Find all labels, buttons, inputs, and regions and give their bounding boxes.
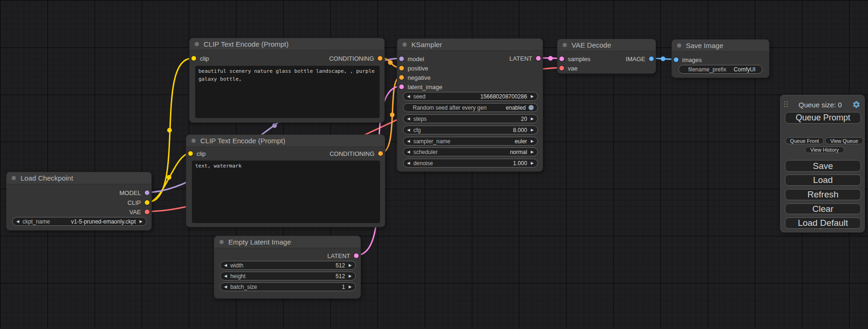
increment-arrow-icon[interactable]: ▶ (531, 140, 534, 143)
collapse-dot-icon[interactable] (677, 43, 681, 48)
output-label: LATENT (327, 252, 350, 259)
widget-label: denoise (413, 160, 433, 167)
link-midpoint-dot (272, 123, 277, 128)
input-port-positive[interactable] (399, 66, 404, 70)
output-port-latent[interactable] (354, 253, 359, 258)
decrement-arrow-icon[interactable]: ◀ (407, 150, 410, 154)
increment-arrow-icon[interactable]: ▶ (349, 285, 352, 289)
increment-arrow-icon[interactable]: ▶ (531, 161, 534, 165)
batch-size-widget[interactable]: ◀ batch_size 1 ▶ (220, 282, 356, 291)
node-title-bar[interactable]: Empty Latent Image (214, 236, 360, 248)
node-clip-text-encode-negative[interactable]: CLIP Text Encode (Prompt) clip CONDITION… (186, 134, 385, 227)
output-port-model[interactable] (145, 190, 149, 195)
node-title-bar[interactable]: Save Image (672, 40, 769, 52)
widget-value: ComfyUI (734, 66, 755, 73)
node-clip-text-encode-positive[interactable]: CLIP Text Encode (Prompt) clip CONDITION… (189, 38, 385, 123)
widget-value: 512 (336, 273, 345, 280)
node-title: CLIP Text Encode (Prompt) (204, 40, 289, 48)
output-port-vae[interactable] (145, 210, 149, 214)
input-port-latent-image[interactable] (399, 84, 404, 89)
increment-arrow-icon[interactable]: ▶ (531, 95, 534, 98)
node-graph-canvas[interactable]: Load Checkpoint MODEL CLIP VAE ◀ ckpt_na… (0, 0, 868, 329)
load-default-button[interactable]: Load Default (785, 217, 861, 229)
node-vae-decode[interactable]: VAE Decode samples IMAGE vae (557, 39, 656, 74)
decrement-arrow-icon[interactable]: ◀ (407, 140, 410, 143)
collapse-dot-icon[interactable] (12, 176, 16, 180)
link-midpoint-dot (390, 112, 395, 117)
decrement-arrow-icon[interactable]: ◀ (224, 264, 227, 267)
node-title: VAE Decode (572, 41, 611, 49)
queue-prompt-button[interactable]: Queue Prompt (785, 112, 861, 124)
decrement-arrow-icon[interactable]: ◀ (16, 220, 19, 224)
queue-front-button[interactable]: Queue Front (785, 137, 824, 144)
height-widget[interactable]: ◀ height 512 ▶ (220, 272, 356, 280)
node-empty-latent-image[interactable]: Empty Latent Image LATENT ◀ width 512 ▶ … (214, 236, 361, 299)
widget-value: v1-5-pruned-emaonly.ckpt (71, 218, 136, 225)
output-port-conditioning[interactable] (378, 56, 382, 61)
increment-arrow-icon[interactable]: ▶ (140, 220, 142, 224)
denoise-widget[interactable]: ◀ denoise 1.000 ▶ (403, 159, 538, 168)
width-widget[interactable]: ◀ width 512 ▶ (220, 261, 356, 270)
widget-value: enabled (506, 105, 526, 111)
increment-arrow-icon[interactable]: ▶ (531, 117, 534, 121)
load-button[interactable]: Load (785, 175, 861, 186)
collapse-dot-icon[interactable] (402, 42, 407, 47)
decrement-arrow-icon[interactable]: ◀ (407, 117, 410, 121)
collapse-dot-icon[interactable] (195, 42, 199, 46)
increment-arrow-icon[interactable]: ▶ (349, 274, 352, 278)
increment-arrow-icon[interactable]: ▶ (349, 264, 352, 267)
node-title-bar[interactable]: CLIP Text Encode (Prompt) (190, 38, 384, 50)
output-port-clip[interactable] (145, 200, 149, 205)
clear-button[interactable]: Clear (785, 203, 861, 214)
save-button[interactable]: Save (785, 160, 861, 172)
node-title-bar[interactable]: CLIP Text Encode (Prompt) (186, 135, 385, 147)
toggle-dot-icon[interactable] (529, 105, 534, 110)
node-save-image[interactable]: Save Image images filename_prefix ComfyU… (671, 39, 769, 78)
output-port-conditioning[interactable] (378, 151, 383, 156)
increment-arrow-icon[interactable]: ▶ (531, 128, 534, 132)
output-port-image[interactable] (649, 56, 654, 61)
widget-value: 1 (342, 284, 345, 290)
view-history-button[interactable]: View History (805, 147, 844, 153)
refresh-button[interactable]: Refresh (785, 189, 861, 200)
widget-label: Random seed after every gen (413, 105, 487, 111)
input-port-vae[interactable] (559, 66, 564, 70)
decrement-arrow-icon[interactable]: ◀ (224, 274, 227, 278)
input-port-negative[interactable] (399, 75, 404, 80)
widget-label: batch_size (230, 284, 257, 290)
random-seed-toggle-widget[interactable]: Random seed after every gen enabled (403, 103, 538, 112)
steps-widget[interactable]: ◀ steps 20 ▶ (403, 114, 538, 123)
drag-handle-icon[interactable] (784, 101, 788, 108)
node-title-bar[interactable]: KSampler (397, 39, 543, 51)
seed-widget[interactable]: ◀ seed 156680208700286 ▶ (403, 92, 538, 101)
decrement-arrow-icon[interactable]: ◀ (407, 161, 410, 165)
view-queue-button[interactable]: View Queue (825, 137, 863, 144)
output-label: CONDITIONING (330, 150, 374, 157)
decrement-arrow-icon[interactable]: ◀ (407, 95, 410, 98)
filename-prefix-widget[interactable]: filename_prefix ComfyUI (678, 65, 762, 74)
widget-label: ckpt_name (22, 218, 50, 225)
collapse-dot-icon[interactable] (563, 43, 567, 47)
widget-label: seed (413, 93, 425, 100)
negative-prompt-textarea[interactable]: text, watermark (192, 161, 380, 223)
collapse-dot-icon[interactable] (191, 139, 196, 143)
decrement-arrow-icon[interactable]: ◀ (407, 128, 410, 132)
node-title-bar[interactable]: Load Checkpoint (7, 172, 151, 184)
decrement-arrow-icon[interactable]: ◀ (224, 285, 227, 289)
node-title-bar[interactable]: VAE Decode (557, 39, 656, 51)
cfg-widget[interactable]: ◀ cfg 8.000 ▶ (403, 126, 538, 134)
output-label: CLIP (127, 199, 141, 206)
output-port-latent[interactable] (536, 56, 541, 61)
settings-gear-icon[interactable] (852, 100, 861, 109)
increment-arrow-icon[interactable]: ▶ (531, 150, 534, 154)
ckpt-name-widget[interactable]: ◀ ckpt_name v1-5-pruned-emaonly.ckpt ▶ (12, 217, 147, 226)
scheduler-widget[interactable]: ◀ scheduler normal ▶ (403, 147, 538, 156)
node-load-checkpoint[interactable]: Load Checkpoint MODEL CLIP VAE ◀ ckpt_na… (6, 172, 152, 231)
node-ksampler[interactable]: KSampler model LATENT positive negative … (397, 38, 543, 172)
positive-prompt-textarea[interactable]: beautiful scenery nature glass bottle la… (195, 66, 380, 118)
widget-label: scheduler (413, 149, 438, 155)
sampler-name-widget[interactable]: ◀ sampler_name euler ▶ (403, 137, 538, 146)
input-port-images[interactable] (674, 57, 678, 62)
collapse-dot-icon[interactable] (219, 240, 224, 244)
widget-label: width (230, 262, 243, 269)
